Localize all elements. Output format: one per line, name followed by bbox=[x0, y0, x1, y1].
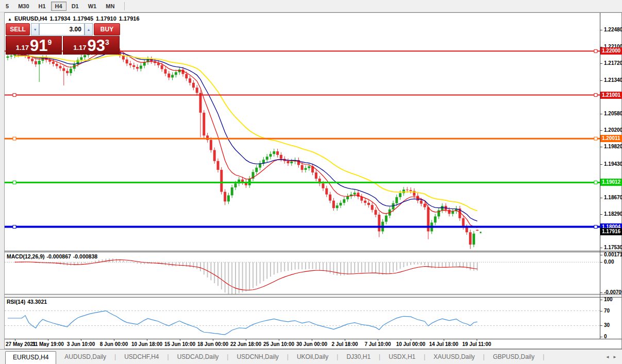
tab-AUDUSD,Daily[interactable]: AUDUSD,Daily bbox=[56, 351, 116, 362]
macd-bar bbox=[385, 262, 386, 274]
macd-bar bbox=[270, 262, 271, 276]
candle bbox=[297, 158, 300, 168]
candle bbox=[375, 207, 377, 217]
hline-anchor[interactable] bbox=[594, 226, 597, 229]
candle bbox=[80, 55, 82, 62]
candle bbox=[7, 54, 9, 60]
macd-name: MACD(12,26,9) bbox=[7, 253, 45, 259]
tab-UKOil,Daily[interactable]: UKOil,Daily bbox=[289, 351, 338, 362]
macd-bar bbox=[214, 262, 215, 283]
y-axis-tick bbox=[600, 255, 602, 255]
y-axis-label: 1.21340 bbox=[604, 77, 622, 83]
candle bbox=[434, 214, 436, 225]
tab-scroll-right-icon[interactable]: ► bbox=[613, 355, 617, 359]
macd-bar bbox=[231, 262, 232, 294]
macd-bar bbox=[193, 262, 194, 268]
volume-input[interactable]: 3.00 bbox=[39, 23, 84, 36]
macd-signal-value: -0.000838 bbox=[73, 253, 97, 259]
y-axis-tick bbox=[600, 164, 602, 165]
timeframe-H1[interactable]: H1 bbox=[35, 2, 50, 11]
tab-EURUSD,H4[interactable]: EURUSD,H4 bbox=[5, 351, 56, 364]
timeframe-W1[interactable]: W1 bbox=[84, 2, 101, 11]
volume-increase-button[interactable]: ▲ bbox=[85, 23, 93, 36]
volume-decrease-button[interactable]: ▼ bbox=[31, 23, 39, 36]
candle bbox=[189, 76, 191, 85]
y-axis-label: 1.20580 bbox=[604, 111, 622, 116]
macd-bar bbox=[407, 262, 408, 266]
tab-GBPUSD,Daily[interactable]: GBPUSD,Daily bbox=[484, 351, 544, 362]
spinner-up-icon: ▲ bbox=[87, 28, 90, 31]
candle bbox=[329, 192, 331, 203]
last-price-marker bbox=[480, 232, 481, 233]
candle bbox=[455, 206, 458, 214]
sell-quote[interactable]: 1.17 91 9 bbox=[6, 36, 62, 55]
macd-bar bbox=[210, 262, 211, 280]
hline-anchor[interactable] bbox=[13, 226, 16, 229]
rsi-line bbox=[8, 311, 477, 335]
candle bbox=[311, 164, 314, 175]
macd-bar bbox=[105, 259, 106, 263]
macd-bar bbox=[333, 262, 334, 274]
y-axis-tick bbox=[600, 214, 602, 215]
pane-separator[interactable] bbox=[5, 294, 621, 298]
tab-USDCHF,H4[interactable]: USDCHF,H4 bbox=[116, 351, 169, 362]
tab-USDCNH,Daily[interactable]: USDCNH,Daily bbox=[228, 351, 288, 362]
candle bbox=[66, 68, 69, 76]
sell-button[interactable]: SELL bbox=[6, 23, 30, 36]
macd-bar bbox=[414, 262, 415, 264]
timeframe-5[interactable]: 5 bbox=[2, 2, 13, 11]
timeframe-M30[interactable]: M30 bbox=[14, 2, 33, 11]
candle bbox=[192, 80, 195, 91]
y-axis-tick bbox=[600, 292, 602, 293]
macd-bar bbox=[305, 262, 306, 269]
y-axis-label: 0.001718 bbox=[604, 252, 622, 257]
tab-USDCAD,Daily[interactable]: USDCAD,Daily bbox=[169, 351, 229, 362]
candle bbox=[157, 60, 160, 68]
candle bbox=[213, 147, 216, 164]
tab-USDX,H1[interactable]: USDX,H1 bbox=[380, 351, 425, 362]
hline-anchor[interactable] bbox=[594, 137, 597, 140]
macd-bar bbox=[260, 262, 261, 283]
hline-anchor[interactable] bbox=[13, 181, 16, 184]
y-axis-tick bbox=[600, 262, 602, 263]
macd-bar bbox=[140, 262, 141, 264]
candle bbox=[270, 151, 272, 159]
candle bbox=[476, 230, 479, 231]
timeframe-MN[interactable]: MN bbox=[102, 2, 119, 11]
macd-bar bbox=[473, 262, 474, 270]
candle bbox=[227, 193, 230, 204]
macd-value: -0.000867 bbox=[47, 253, 71, 259]
price-open: 1.17934 bbox=[50, 15, 71, 22]
collapse-icon[interactable]: ▲ bbox=[8, 17, 12, 22]
hline-anchor[interactable] bbox=[594, 181, 597, 184]
hline-anchor[interactable] bbox=[594, 49, 597, 53]
rsi-pane[interactable] bbox=[5, 298, 600, 339]
buy-button[interactable]: BUY bbox=[94, 23, 120, 36]
candle bbox=[367, 200, 370, 208]
timeframe-H4[interactable]: H4 bbox=[51, 2, 66, 11]
timeframe-D1[interactable]: D1 bbox=[68, 2, 83, 11]
tab-XAUUSD,Daily[interactable]: XAUUSD,Daily bbox=[425, 351, 484, 362]
tab-scroll-left-icon[interactable]: ◄ bbox=[606, 355, 610, 359]
x-axis-tick bbox=[411, 339, 411, 341]
hline-anchor[interactable] bbox=[594, 94, 597, 97]
candle bbox=[178, 67, 181, 75]
candle bbox=[164, 66, 167, 76]
timeframe-toolbar: 5M30H1H4D1W1MN bbox=[0, 0, 622, 12]
price-badge-1.22000: 1.22000 bbox=[600, 47, 622, 55]
tab-DJ30,H1[interactable]: DJ30,H1 bbox=[338, 351, 380, 362]
candle bbox=[427, 204, 430, 239]
x-axis-tick bbox=[213, 339, 213, 341]
buy-quote[interactable]: 1.17 93 3 bbox=[63, 36, 120, 55]
macd-bar bbox=[382, 262, 383, 275]
candle bbox=[287, 159, 290, 166]
x-axis-tick bbox=[180, 339, 180, 341]
hline-anchor[interactable] bbox=[13, 94, 16, 97]
pane-separator[interactable] bbox=[5, 251, 621, 252]
macd-label: MACD(12,26,9)-0.000867-0.000838 bbox=[7, 253, 99, 259]
y-axis-tick bbox=[600, 114, 602, 114]
macd-bar bbox=[291, 262, 292, 270]
hline-anchor[interactable] bbox=[13, 137, 16, 140]
candle bbox=[231, 185, 233, 198]
y-axis-tick bbox=[600, 337, 602, 337]
